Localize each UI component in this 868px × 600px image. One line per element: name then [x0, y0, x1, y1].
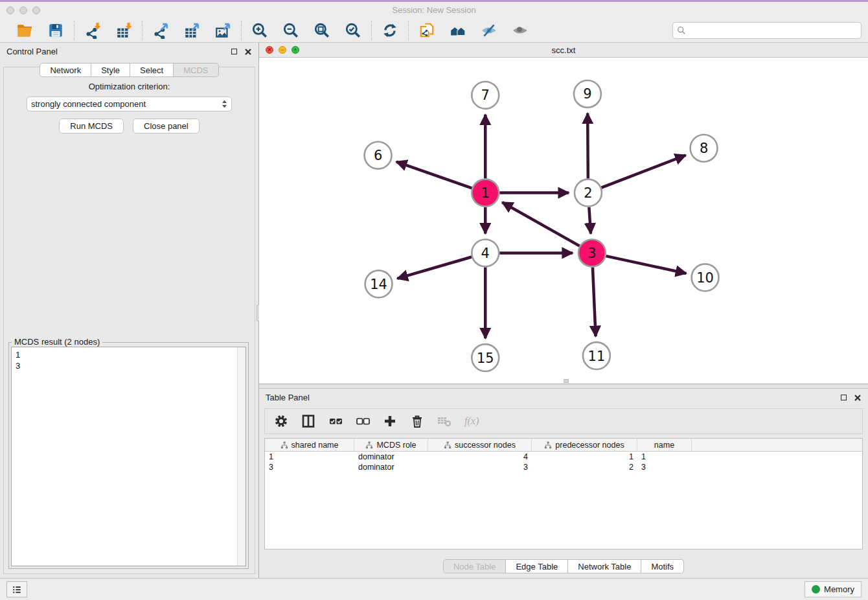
column-header-predecessor-nodes[interactable]: predecessor nodes — [532, 439, 637, 451]
graph-node-9[interactable]: 9 — [574, 80, 601, 108]
tab-select[interactable]: Select — [130, 63, 174, 77]
tab-node-table[interactable]: Node Table — [443, 559, 507, 573]
graph-edge-1-6[interactable] — [396, 162, 472, 189]
export-image-button[interactable] — [214, 21, 232, 40]
table-type-tabs: Node TableEdge TableNetwork TableMotifs — [259, 559, 868, 573]
import-table-button[interactable] — [115, 21, 133, 40]
network-canvas[interactable]: 7 9 6 8 1 2 4 3 14 10 15 11 — [259, 58, 868, 384]
add-column-button[interactable] — [382, 413, 398, 430]
mcds-result-box: 13 — [11, 347, 246, 566]
add-column-icon — [382, 413, 398, 429]
network-window-title: scc.txt — [259, 45, 868, 55]
cell-MCDS-role[interactable]: dominator — [354, 452, 428, 462]
split-columns-icon — [301, 413, 316, 429]
graph-edge-3-1[interactable] — [502, 202, 579, 246]
graph-node-3[interactable]: 3 — [578, 239, 606, 266]
graph-node-15[interactable]: 15 — [472, 344, 499, 371]
tab-style[interactable]: Style — [91, 63, 130, 77]
optimization-criterion-select[interactable]: strongly connected component — [27, 97, 232, 111]
column-header-MCDS-role[interactable]: MCDS role — [354, 439, 428, 451]
tab-mcds[interactable]: MCDS — [174, 63, 218, 77]
cell-name[interactable]: 1 — [637, 452, 692, 462]
column-type-icon — [444, 441, 451, 449]
delete-column-button[interactable] — [409, 413, 426, 430]
split-columns-button[interactable] — [300, 413, 317, 430]
table-row[interactable]: 1dominator411 — [265, 452, 862, 462]
select-all-button[interactable] — [327, 413, 344, 430]
zoom-out-button[interactable] — [282, 21, 300, 40]
network-resize-grip[interactable] — [564, 379, 569, 383]
column-header-name[interactable]: name — [637, 439, 692, 451]
cell-successor-nodes[interactable]: 4 — [428, 452, 532, 462]
tab-network[interactable]: Network — [40, 63, 91, 77]
table-row[interactable]: 3dominator323 — [265, 462, 862, 472]
task-history-button[interactable] — [6, 581, 27, 597]
zoom-out-icon — [282, 22, 299, 39]
graph-node-1[interactable]: 1 — [472, 179, 499, 207]
graph-node-2[interactable]: 2 — [575, 179, 602, 207]
show-all-button[interactable] — [511, 21, 529, 40]
zoom-selected-icon — [345, 22, 361, 39]
column-header-filler — [692, 439, 862, 451]
close-panel-button[interactable]: Close panel — [133, 119, 200, 133]
hide-selected-button[interactable] — [480, 21, 498, 40]
cell-successor-nodes[interactable]: 3 — [428, 462, 532, 472]
column-header-successor-nodes[interactable]: successor nodes — [428, 439, 532, 451]
node-label: 2 — [584, 185, 592, 201]
column-label: successor nodes — [455, 441, 516, 450]
table-settings-button[interactable] — [273, 413, 290, 430]
graph-edge-2-8[interactable] — [601, 156, 685, 188]
optimization-criterion-label: Optimization criterion: — [4, 82, 255, 91]
open-file-button[interactable] — [16, 21, 34, 40]
import-network-button[interactable] — [84, 21, 102, 40]
graph-edge-4-14[interactable] — [397, 257, 472, 278]
zoom-in-button[interactable] — [251, 21, 269, 40]
cell-MCDS-role[interactable]: dominator — [354, 462, 428, 472]
export-network-button[interactable] — [152, 21, 170, 40]
fit-content-button[interactable] — [313, 21, 331, 40]
close-table-panel-icon[interactable] — [854, 394, 862, 402]
tab-motifs[interactable]: Motifs — [641, 559, 684, 573]
graph-edge-2-9[interactable] — [588, 113, 588, 179]
zoom-selected-button[interactable] — [344, 21, 362, 40]
graph-node-10[interactable]: 10 — [692, 264, 719, 291]
graph-node-4[interactable]: 4 — [472, 239, 499, 266]
graph-node-11[interactable]: 11 — [583, 342, 610, 369]
search-box[interactable] — [672, 22, 862, 39]
graph-edge-3-11[interactable] — [593, 267, 596, 336]
control-panel: Control Panel NetworkStyleSelectMCDS Opt… — [0, 43, 259, 578]
cell-predecessor-nodes[interactable]: 1 — [532, 452, 637, 462]
refresh-button[interactable] — [381, 21, 399, 40]
save-session-button[interactable] — [47, 21, 65, 40]
tab-network-table[interactable]: Network Table — [568, 559, 641, 573]
export-table-button[interactable] — [183, 21, 201, 40]
main-toolbar — [0, 18, 868, 42]
column-label: shared name — [291, 441, 339, 450]
duplicate-network-button[interactable] — [418, 21, 436, 40]
graph-node-7[interactable]: 7 — [472, 82, 499, 109]
cell-shared-name[interactable]: 3 — [265, 462, 354, 472]
cell-name[interactable]: 3 — [637, 462, 692, 472]
float-panel-icon[interactable] — [230, 48, 238, 56]
table-panel: Table Panel f(x) shared nameMCDS rolesuc… — [259, 388, 868, 578]
unselect-all-button[interactable] — [354, 413, 371, 430]
network-window-titlebar: ✕ − + scc.txt — [259, 43, 868, 58]
graph-edge-2-3[interactable] — [589, 207, 591, 234]
graph-node-14[interactable]: 14 — [365, 270, 393, 297]
memory-button[interactable]: Memory — [805, 581, 862, 597]
result-scrollbar[interactable] — [237, 347, 246, 566]
close-panel-icon[interactable] — [244, 48, 252, 56]
selected-criterion: strongly connected component — [31, 99, 222, 109]
first-neighbors-button[interactable] — [449, 21, 467, 40]
graph-node-6[interactable]: 6 — [365, 142, 392, 169]
run-mcds-button[interactable]: Run MCDS — [59, 119, 124, 133]
float-table-panel-icon[interactable] — [839, 394, 847, 402]
cell-shared-name[interactable]: 1 — [265, 452, 354, 462]
search-input[interactable] — [689, 25, 857, 35]
tab-edge-table[interactable]: Edge Table — [506, 559, 568, 573]
graph-edge-3-10[interactable] — [606, 256, 686, 273]
node-label: 11 — [588, 349, 606, 364]
cell-predecessor-nodes[interactable]: 2 — [532, 462, 637, 472]
column-header-shared-name[interactable]: shared name — [265, 439, 354, 451]
graph-node-8[interactable]: 8 — [691, 135, 718, 162]
